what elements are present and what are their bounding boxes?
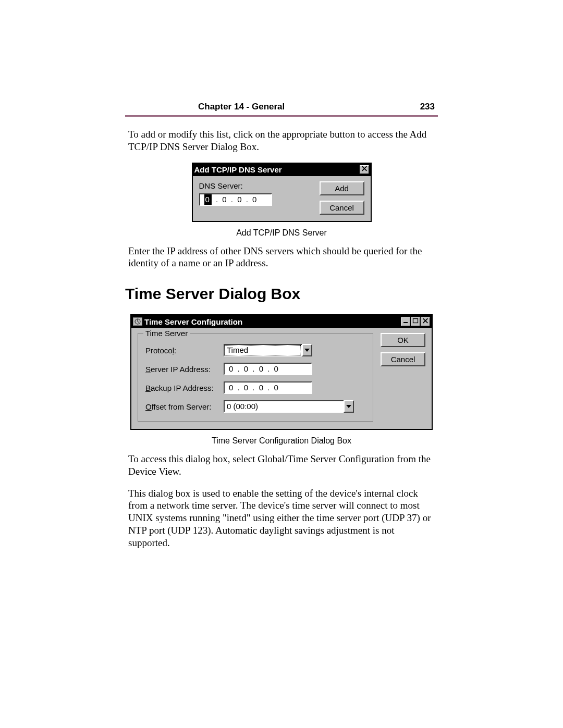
group-label: Time Server — [143, 329, 190, 338]
close-icon[interactable] — [421, 317, 430, 326]
cancel-button[interactable]: Cancel — [320, 201, 364, 215]
server-ip-input[interactable]: 0 . 0 . 0 . 0 — [224, 363, 312, 375]
dns-dialog: Add TCP/IP DNS Server DNS Server: 0 . 0 … — [192, 163, 372, 222]
chevron-down-icon[interactable] — [344, 400, 354, 413]
minimize-icon[interactable] — [401, 317, 410, 326]
ts-paragraph-2: This dialog box is used to enable the se… — [128, 487, 435, 549]
chapter-title: Chapter 14 - General — [198, 102, 285, 112]
offset-select[interactable]: 0 (00:00) — [224, 400, 354, 413]
close-icon[interactable] — [360, 165, 369, 174]
maximize-icon[interactable] — [411, 317, 420, 326]
dns-description: Enter the IP address of other DNS server… — [128, 245, 435, 270]
offset-label: Offset from Server: — [145, 402, 224, 411]
backup-ip-input[interactable]: 0 . 0 . 0 . 0 — [224, 381, 312, 394]
svg-rect-1 — [403, 322, 408, 323]
section-heading: Time Server Dialog Box — [125, 285, 438, 303]
dns-titlebar: Add TCP/IP DNS Server — [193, 164, 371, 176]
backup-ip-label: Backup IP Address: — [145, 384, 224, 392]
intro-paragraph: To add or modify this list, click on the… — [128, 128, 435, 153]
dns-server-label: DNS Server: — [199, 181, 313, 190]
dns-caption: Add TCP/IP DNS Server — [125, 228, 438, 238]
ok-button[interactable]: OK — [381, 333, 425, 347]
protocol-label: Protocol: — [145, 346, 224, 355]
chevron-down-icon[interactable] — [302, 344, 312, 356]
page-header: Chapter 14 - General 233 — [125, 102, 438, 112]
ts-caption: Time Server Configuration Dialog Box — [125, 436, 438, 446]
ts-titlebar: Time Server Configuration — [131, 315, 432, 328]
app-icon — [133, 317, 142, 326]
server-ip-label: Server IP Address: — [145, 365, 224, 374]
dns-ip-input[interactable]: 0 . 0 . 0 . 0 — [199, 193, 272, 206]
svg-rect-2 — [413, 318, 418, 323]
protocol-value: Timed — [224, 344, 302, 356]
protocol-select[interactable]: Timed — [224, 344, 312, 356]
offset-value: 0 (00:00) — [224, 400, 344, 413]
add-button[interactable]: Add — [320, 181, 364, 195]
ts-paragraph-1: To access this dialog box, select Global… — [128, 453, 435, 478]
header-rule — [125, 115, 438, 117]
page-number: 233 — [420, 102, 435, 112]
dns-title: Add TCP/IP DNS Server — [194, 165, 282, 174]
ts-title: Time Server Configuration — [144, 317, 242, 326]
cancel-button[interactable]: Cancel — [381, 352, 425, 366]
dns-ip-octet-selected: 0 — [204, 194, 212, 205]
timeserver-dialog: Time Server Configuration Time Server Pr… — [130, 314, 433, 430]
timeserver-group: Time Server Protocol: Timed Server IP A — [138, 333, 373, 422]
